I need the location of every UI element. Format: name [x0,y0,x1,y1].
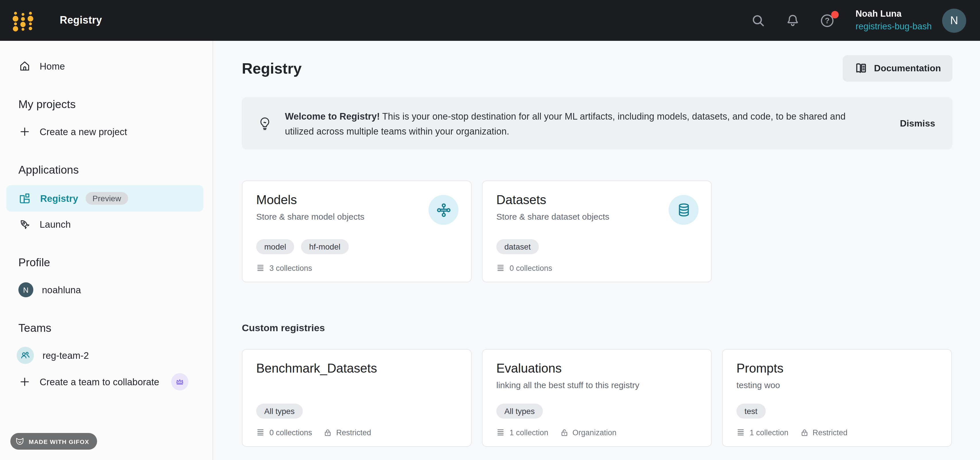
bell-icon[interactable] [786,13,800,28]
lock-closed-icon [800,428,808,437]
registry-card-prompts[interactable]: Prompts testing woo test 1 collection [722,349,952,447]
search-icon[interactable] [751,13,766,28]
sidebar-item-label: Create a team to collaborate [40,376,159,387]
sidebar-heading-applications: Applications [18,163,213,177]
card-title: Datasets [496,193,697,208]
sidebar-item-label: Registry [40,193,78,204]
welcome-banner: Welcome to Registry! This is your one-st… [242,97,953,150]
sidebar-item-launch[interactable]: Launch [0,212,213,237]
team-avatar [17,347,34,364]
preview-badge: Preview [86,192,128,205]
lock-closed-icon [324,428,332,437]
sidebar-item-label: reg-team-2 [43,350,89,361]
top-navbar: Registry ? Noah Luna [0,0,980,41]
card-meta: 3 collections [256,264,457,273]
collections-count: 1 collection [496,428,548,437]
visibility-status: Organization [560,428,616,437]
sidebar-item-create-project[interactable]: Create a new project [0,119,213,144]
crown-icon [175,377,185,387]
collections-count: 0 collections [256,428,312,437]
user-name: Noah Luna [856,9,932,19]
card-tags: All types [496,404,697,418]
custom-registries-row: Benchmark_Datasets All types 0 collectio… [242,349,953,447]
card-meta: 0 collections [496,264,697,273]
model-icon [428,195,458,225]
visibility-label: Organization [573,428,616,437]
registry-icon [18,192,32,205]
sidebar-item-profile[interactable]: N noahluna [0,277,213,302]
collections-list-icon [496,264,506,273]
collections-label: 3 collections [269,264,312,272]
sidebar-item-label: Create a new project [40,126,127,137]
card-meta: 0 collections Restricted [256,428,457,437]
sidebar-item-label: Launch [40,219,71,230]
svg-text:?: ? [825,16,830,25]
notification-dot [832,11,839,18]
sidebar-item-label: Home [40,61,65,72]
collections-list-icon [496,428,506,437]
tag: test [737,404,765,418]
tag: All types [496,404,543,418]
tag: All types [256,404,303,418]
collections-label: 1 collection [750,428,788,437]
rocket-icon [18,218,31,231]
sidebar-item-home[interactable]: Home [0,53,213,79]
card-subtitle: testing woo [737,380,937,390]
sidebar-item-create-team[interactable]: Create a team to collaborate [0,369,213,395]
collections-count: 1 collection [737,428,788,437]
collections-label: 0 collections [269,428,312,437]
sidebar-heading-teams: Teams [18,321,213,335]
profile-avatar: N [18,282,33,297]
dismiss-button[interactable]: Dismiss [900,118,935,128]
tag: model [256,239,294,254]
core-registries-row: Models Store & share model objects model… [242,180,953,282]
sidebar-item-label: noahluna [42,284,81,295]
made-with-gifox-badge[interactable]: MADE WITH GIFOX [10,433,97,450]
card-subtitle: linking all the best stuff to this regis… [496,380,697,390]
sidebar: Home My projects Create a new project Ap… [0,41,213,460]
welcome-banner-text: Welcome to Registry! This is your one-st… [285,109,877,138]
upgrade-badge [171,373,188,390]
documentation-button[interactable]: Documentation [842,55,953,81]
card-title: Benchmark_Datasets [256,361,457,376]
navbar-app-title: Registry [60,14,102,26]
collections-list-icon [737,428,746,437]
database-icon [669,195,698,225]
help-menu[interactable]: ? [820,13,835,28]
sidebar-heading-my-projects: My projects [18,98,213,112]
card-subtitle: Store & share model objects [256,212,457,221]
team-people-icon [19,350,31,361]
card-title: Evaluations [496,361,697,376]
card-tags: model hf-model [256,239,457,254]
avatar[interactable]: N [942,8,966,32]
user-menu[interactable]: Noah Luna registries-bug-bash [856,9,932,32]
wandb-logo-icon[interactable] [13,10,33,31]
tag: dataset [496,239,539,254]
welcome-banner-title: Welcome to Registry! [285,111,380,121]
card-tags: dataset [496,239,697,254]
user-org: registries-bug-bash [856,21,932,32]
plus-icon [18,375,31,388]
app-window: Registry ? Noah Luna [0,0,980,460]
registry-card-datasets[interactable]: Datasets Store & share dataset objects d… [482,180,712,282]
tag: hf-model [301,239,348,254]
collections-label: 0 collections [509,264,552,272]
registry-card-benchmark-datasets[interactable]: Benchmark_Datasets All types 0 collectio… [242,349,472,447]
card-title: Models [256,193,457,208]
card-meta: 1 collection Restricted [737,428,937,437]
registry-card-models[interactable]: Models Store & share model objects model… [242,180,472,282]
collections-count: 3 collections [256,264,312,273]
visibility-status: Restricted [324,428,371,437]
sidebar-item-registry[interactable]: Registry Preview [6,185,204,212]
main-content: Registry Documentation [213,41,980,460]
collections-list-icon [256,264,266,273]
custom-registries-heading: Custom registries [242,323,953,334]
sidebar-heading-profile: Profile [18,256,213,270]
collections-count: 0 collections [496,264,552,273]
collections-label: 1 collection [509,428,548,437]
registry-card-evaluations[interactable]: Evaluations linking all the best stuff t… [482,349,712,447]
gifox-fox-icon [15,436,25,446]
visibility-label: Restricted [813,428,848,437]
sidebar-item-team[interactable]: reg-team-2 [0,343,213,368]
navbar-actions: ? Noah Luna registries-bug-bash N [751,8,966,32]
